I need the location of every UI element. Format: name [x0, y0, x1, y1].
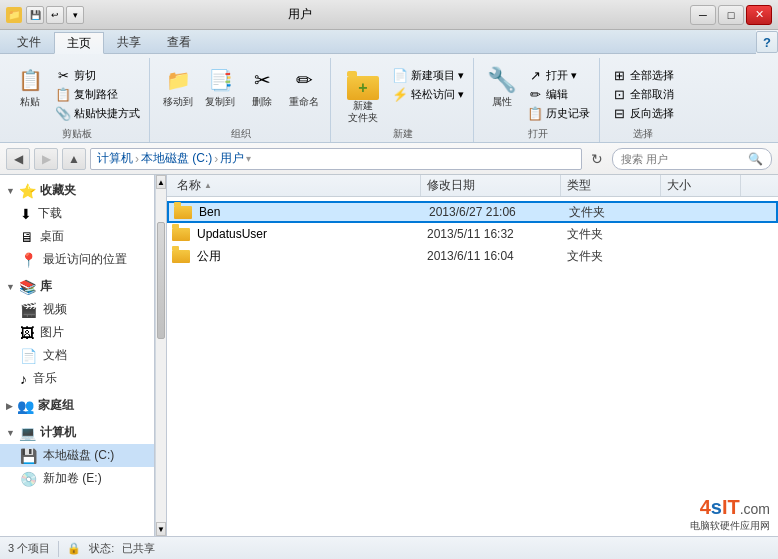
folder-icon-public — [171, 248, 191, 264]
computer-header[interactable]: ▼ 💻 计算机 — [0, 421, 154, 444]
path-dropdown-arrow[interactable]: ▾ — [246, 153, 251, 164]
libraries-header[interactable]: ▼ 📚 库 — [0, 275, 154, 298]
folder-icon-updatus — [171, 226, 191, 242]
new-group-label: 新建 — [393, 126, 413, 142]
sidebar-item-desktop[interactable]: 🖥 桌面 — [0, 225, 154, 248]
cut-icon: ✂ — [55, 67, 71, 83]
libraries-icon: 📚 — [19, 279, 36, 295]
cut-button[interactable]: ✂ 剪切 — [52, 66, 143, 84]
sidebar-item-drive-e[interactable]: 💿 新加卷 (E:) — [0, 467, 154, 490]
recent-icon: 📍 — [20, 252, 37, 268]
tab-file[interactable]: 文件 — [4, 31, 54, 53]
col-size[interactable]: 大小 — [661, 175, 741, 196]
sidebar-container: ▼ ⭐ 收藏夹 ⬇ 下载 🖥 桌面 📍 最近访问的位置 — [0, 175, 167, 536]
sidebar-item-pictures[interactable]: 🖼 图片 — [0, 321, 154, 344]
ribbon-tab-bar: 文件 主页 共享 查看 ? — [0, 30, 778, 54]
tab-view[interactable]: 查看 — [154, 31, 204, 53]
file-name-ben: Ben — [173, 204, 423, 220]
select-all-button[interactable]: ⊞ 全部选择 — [608, 66, 677, 84]
favorites-header[interactable]: ▼ ⭐ 收藏夹 — [0, 179, 154, 202]
status-icon: 🔒 — [67, 542, 81, 555]
new-folder-button[interactable]: + 新建 文件夹 — [339, 62, 387, 126]
ribbon-content: 📋 粘贴 ✂ 剪切 📋 复制路径 📎 粘贴快捷方式 — [0, 54, 778, 142]
rename-button[interactable]: ✏ 重命名 — [284, 62, 324, 110]
music-icon: ♪ — [20, 371, 27, 387]
scroll-down-button[interactable]: ▼ — [156, 522, 166, 536]
scroll-thumb[interactable] — [157, 222, 165, 339]
delete-button[interactable]: ✂ 删除 — [242, 62, 282, 110]
recent-label: 最近访问的位置 — [43, 251, 127, 268]
video-icon: 🎬 — [20, 302, 37, 318]
address-path[interactable]: 计算机 › 本地磁盘 (C:) › 用户 ▾ — [90, 148, 582, 170]
file-item-updatus[interactable]: UpdatusUser 2013/5/11 16:32 文件夹 — [167, 223, 778, 245]
downloads-label: 下载 — [38, 205, 62, 222]
quick-save-button[interactable]: 💾 — [26, 6, 44, 24]
main-area: ▼ ⭐ 收藏夹 ⬇ 下载 🖥 桌面 📍 最近访问的位置 — [0, 175, 778, 536]
search-box[interactable]: 🔍 — [612, 148, 772, 170]
close-button[interactable]: ✕ — [746, 5, 772, 25]
move-to-button[interactable]: 📁 移动到 — [158, 62, 198, 110]
refresh-button[interactable]: ↻ — [586, 148, 608, 170]
select-none-button[interactable]: ⊡ 全部取消 — [608, 85, 677, 103]
properties-button[interactable]: 🔧 属性 — [482, 62, 522, 110]
forward-button[interactable]: ▶ — [34, 148, 58, 170]
file-name-updatus: UpdatusUser — [171, 226, 421, 242]
sidebar-item-downloads[interactable]: ⬇ 下载 — [0, 202, 154, 225]
status-divider — [58, 541, 59, 557]
path-folder[interactable]: 用户 — [220, 150, 244, 167]
col-name[interactable]: 名称 ▲ — [171, 175, 421, 196]
quick-undo-button[interactable]: ↩ — [46, 6, 64, 24]
homegroup-header[interactable]: ▶ 👥 家庭组 — [0, 394, 154, 417]
search-icon: 🔍 — [748, 152, 763, 166]
ribbon-group-clipboard: 📋 粘贴 ✂ 剪切 📋 复制路径 📎 粘贴快捷方式 — [4, 58, 150, 142]
tab-home[interactable]: 主页 — [54, 32, 104, 54]
paste-button[interactable]: 📋 粘贴 — [10, 62, 50, 110]
favorites-arrow: ▼ — [6, 186, 15, 196]
invert-selection-button[interactable]: ⊟ 反向选择 — [608, 104, 677, 122]
col-date[interactable]: 修改日期 — [421, 175, 561, 196]
new-folder-icon: + — [343, 64, 383, 100]
sidebar-item-local-c[interactable]: 💾 本地磁盘 (C:) — [0, 444, 154, 467]
tab-share[interactable]: 共享 — [104, 31, 154, 53]
sidebar-item-video[interactable]: 🎬 视频 — [0, 298, 154, 321]
sidebar-item-recent[interactable]: 📍 最近访问的位置 — [0, 248, 154, 271]
file-date-updatus: 2013/5/11 16:32 — [421, 227, 561, 241]
select-items: ⊞ 全部选择 ⊡ 全部取消 ⊟ 反向选择 — [608, 58, 677, 126]
sidebar-item-documents[interactable]: 📄 文档 — [0, 344, 154, 367]
quick-access-toolbar: 💾 ↩ ▾ — [26, 6, 84, 24]
path-computer[interactable]: 计算机 — [97, 150, 133, 167]
status-text: 状态: — [89, 541, 114, 556]
col-type[interactable]: 类型 — [561, 175, 661, 196]
watermark-logo4: .com — [740, 501, 770, 517]
scroll-up-button[interactable]: ▲ — [156, 175, 166, 189]
search-input[interactable] — [621, 153, 744, 165]
new-col: 📄 新建项目 ▾ ⚡ 轻松访问 ▾ — [389, 62, 467, 103]
maximize-button[interactable]: □ — [718, 5, 744, 25]
open-button[interactable]: ↗ 打开 ▾ — [524, 66, 593, 84]
edit-button[interactable]: ✏ 编辑 — [524, 85, 593, 103]
copy-to-button[interactable]: 📑 复制到 — [200, 62, 240, 110]
path-drive[interactable]: 本地磁盘 (C:) — [141, 150, 212, 167]
title-bar: 📁 💾 ↩ ▾ 用户 ─ □ ✕ — [0, 0, 778, 30]
quick-menu-button[interactable]: ▾ — [66, 6, 84, 24]
file-type-public: 文件夹 — [561, 248, 661, 265]
up-button[interactable]: ▲ — [62, 148, 86, 170]
new-item-button[interactable]: 📄 新建项目 ▾ — [389, 66, 467, 84]
computer-arrow: ▼ — [6, 428, 15, 438]
back-button[interactable]: ◀ — [6, 148, 30, 170]
paste-shortcut-button[interactable]: 📎 粘贴快捷方式 — [52, 104, 143, 122]
edit-icon: ✏ — [527, 86, 543, 102]
watermark-subtitle: 电脑软硬件应用网 — [690, 519, 770, 533]
file-type-ben: 文件夹 — [563, 204, 663, 221]
easy-access-button[interactable]: ⚡ 轻松访问 ▾ — [389, 85, 467, 103]
select-none-icon: ⊡ — [611, 86, 627, 102]
sidebar-item-music[interactable]: ♪ 音乐 — [0, 367, 154, 390]
history-button[interactable]: 📋 历史记录 — [524, 104, 593, 122]
copy-path-button[interactable]: 📋 复制路径 — [52, 85, 143, 103]
ribbon-help-button[interactable]: ? — [756, 31, 778, 53]
music-label: 音乐 — [33, 370, 57, 387]
title-bar-left: 📁 💾 ↩ ▾ 用户 — [6, 6, 312, 24]
file-item-ben[interactable]: Ben 2013/6/27 21:06 文件夹 — [167, 201, 778, 223]
file-item-public[interactable]: 公用 2013/6/11 16:04 文件夹 — [167, 245, 778, 267]
minimize-button[interactable]: ─ — [690, 5, 716, 25]
